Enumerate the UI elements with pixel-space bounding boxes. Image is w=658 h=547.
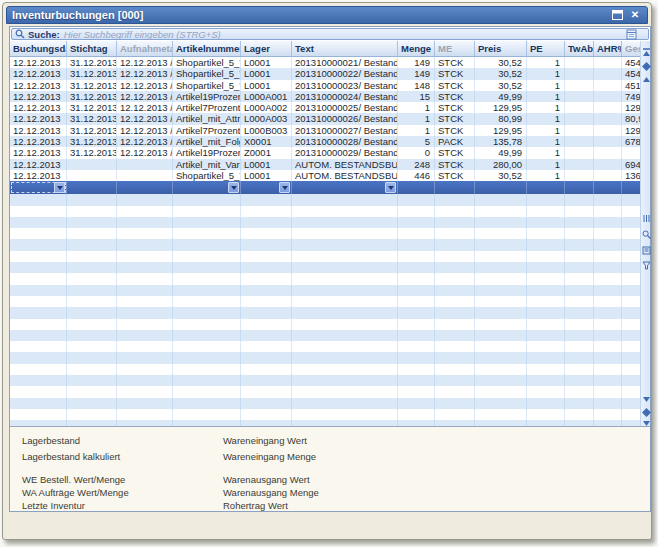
column-header-me[interactable]: ME (435, 41, 475, 56)
filter-icon[interactable] (641, 260, 651, 270)
table-cell: 49,99 (475, 91, 527, 102)
empty-row (10, 364, 650, 375)
table-cell: 31.12.2013 (67, 102, 117, 113)
search-bar[interactable]: Suche: Hier Suchbegriff eingeben (STRG+S… (11, 28, 649, 40)
table-cell (565, 136, 594, 147)
bookmark-icon[interactable] (641, 245, 651, 255)
table-cell: Artikel_mit_Variante (173, 159, 241, 170)
search-input[interactable]: Hier Suchbegriff eingeben (STRG+S) (64, 29, 221, 40)
filter-cell[interactable] (241, 181, 292, 194)
empty-row (10, 409, 650, 420)
filter-cell[interactable] (117, 181, 173, 194)
filter-dropdown-button[interactable] (228, 182, 239, 193)
scroll-to-top-icon[interactable] (641, 47, 651, 57)
app-window: Inventurbuchungen [000] ✕ Suche: Hier Su… (2, 2, 652, 540)
table-row[interactable]: 12.12.201331.12.201312.12.2013 /DoArtike… (10, 125, 650, 136)
table-cell: 201310000026/ Bestandsaufnahme l (292, 113, 398, 124)
table-cell: PACK (435, 136, 475, 147)
filter-dropdown-button[interactable] (279, 182, 290, 193)
window-title: Inventurbuchungen [000] (12, 9, 606, 21)
filter-cell[interactable] (565, 181, 594, 194)
grip-icon[interactable] (641, 213, 651, 223)
column-header-buchungsdatum[interactable]: Buchungsdatum (10, 41, 67, 56)
column-chooser-icon[interactable] (626, 29, 637, 40)
filter-cell[interactable] (67, 181, 117, 194)
filter-dropdown-button[interactable] (385, 182, 396, 193)
close-button[interactable]: ✕ (628, 9, 642, 22)
table-row[interactable]: 12.12.201331.12.201312.12.2013 /DoArtike… (10, 113, 650, 124)
table-cell: L0001 (241, 159, 292, 170)
table-row[interactable]: 12.12.201331.12.201312.12.2013 /DoArtike… (10, 136, 650, 147)
summary-label: WA Aufträge Wert/Menge (22, 487, 129, 498)
filter-cell[interactable] (10, 181, 67, 194)
table-cell: Artikel19Prozent (173, 147, 241, 158)
column-header-stichtag[interactable]: Stichtag (67, 41, 117, 56)
table-cell: 12.12.2013 /Do (117, 147, 173, 158)
search-label: Suche: (28, 29, 60, 40)
table-row[interactable]: 12.12.201331.12.201312.12.2013 /DoArtike… (10, 147, 650, 158)
filter-cell[interactable] (173, 181, 241, 194)
summary-label: Wareneingang Menge (223, 451, 316, 462)
table-cell: L000A003 (241, 113, 292, 124)
table-cell: 12.12.2013 /Do (117, 102, 173, 113)
filter-cell[interactable] (527, 181, 565, 194)
empty-row (10, 375, 650, 386)
table-cell: 201310000027/ Bestandsaufnahme l (292, 125, 398, 136)
table-row[interactable]: 12.12.201331.12.201312.12.2013 /DoArtike… (10, 102, 650, 113)
scroll-up-icon[interactable] (641, 74, 651, 84)
table-cell (594, 113, 622, 124)
scroll-down-icon[interactable] (641, 394, 651, 404)
filter-cell[interactable] (398, 181, 435, 194)
column-header-preis[interactable]: Preis (475, 41, 527, 56)
scroll-up-fast-icon[interactable] (641, 61, 651, 71)
filter-cell[interactable] (292, 181, 398, 194)
table-cell (117, 159, 173, 170)
table-cell: 12.12.2013 (10, 113, 67, 124)
table-cell: 148 (398, 80, 435, 91)
scroll-down-fast-icon[interactable] (641, 407, 651, 417)
column-header-twab-[interactable]: TwAb% (565, 41, 594, 56)
filter-cell[interactable] (475, 181, 527, 194)
column-header-pe[interactable]: PE (527, 41, 565, 56)
empty-row (10, 330, 650, 341)
table-row[interactable]: 12.12.201331.12.201312.12.2013 /DoShopar… (10, 68, 650, 79)
table-row[interactable]: 12.12.201331.12.201312.12.2013 /DoShopar… (10, 80, 650, 91)
table-cell: STCK (435, 159, 475, 170)
table-cell: 201310000023/ Bestandsaufnahme l (292, 80, 398, 91)
table-cell (594, 125, 622, 136)
table-cell: 1 (527, 113, 565, 124)
search-grid-icon[interactable] (641, 229, 651, 239)
table-cell (594, 159, 622, 170)
empty-row (10, 251, 650, 262)
table-cell (565, 159, 594, 170)
table-row[interactable]: 12.12.201331.12.201312.12.2013 /DoShopar… (10, 57, 650, 68)
table-row[interactable]: 12.12.2013Shopartikel_5_VariaL0001AUTOM.… (10, 170, 650, 181)
table-cell (594, 80, 622, 91)
table-filter-row[interactable] (10, 181, 650, 194)
filter-cell[interactable] (594, 181, 622, 194)
table-body: 12.12.201331.12.201312.12.2013 /DoShopar… (10, 57, 650, 181)
restore-button[interactable] (610, 9, 624, 22)
window-titlebar[interactable]: Inventurbuchungen [000] ✕ (6, 6, 648, 24)
column-header-ahr-[interactable]: AHR% (594, 41, 622, 56)
table-cell: 12.12.2013 /Do (117, 57, 173, 68)
table-cell: Z0001 (241, 147, 292, 158)
filter-cell[interactable] (435, 181, 475, 194)
table-cell (594, 102, 622, 113)
table-cell: 1 (398, 125, 435, 136)
table-cell: 12.12.2013 /Do (117, 80, 173, 91)
screen: Inventurbuchungen [000] ✕ Suche: Hier Su… (0, 0, 658, 547)
column-header-lager[interactable]: Lager (241, 41, 292, 56)
table-row[interactable]: 12.12.2013Artikel_mit_VarianteL0001AUTOM… (10, 159, 650, 170)
column-header-artikelnummer[interactable]: Artikelnummer (173, 41, 241, 56)
column-header-aufnahmetag[interactable]: Aufnahmetag (117, 41, 173, 56)
empty-row (10, 273, 650, 284)
table-row[interactable]: 12.12.201331.12.201312.12.2013 /DoArtike… (10, 91, 650, 102)
table-cell: 201310000022/ Bestandsaufnahme l (292, 68, 398, 79)
table-cell: Artikel_mit_Folgeart (173, 136, 241, 147)
table-cell: Shopartikel_5_Varia (173, 57, 241, 68)
filter-dropdown-button[interactable] (54, 182, 65, 193)
grid-scrollbar[interactable] (640, 41, 650, 426)
column-header-menge[interactable]: Menge (398, 41, 435, 56)
column-header-text[interactable]: Text (292, 41, 398, 56)
